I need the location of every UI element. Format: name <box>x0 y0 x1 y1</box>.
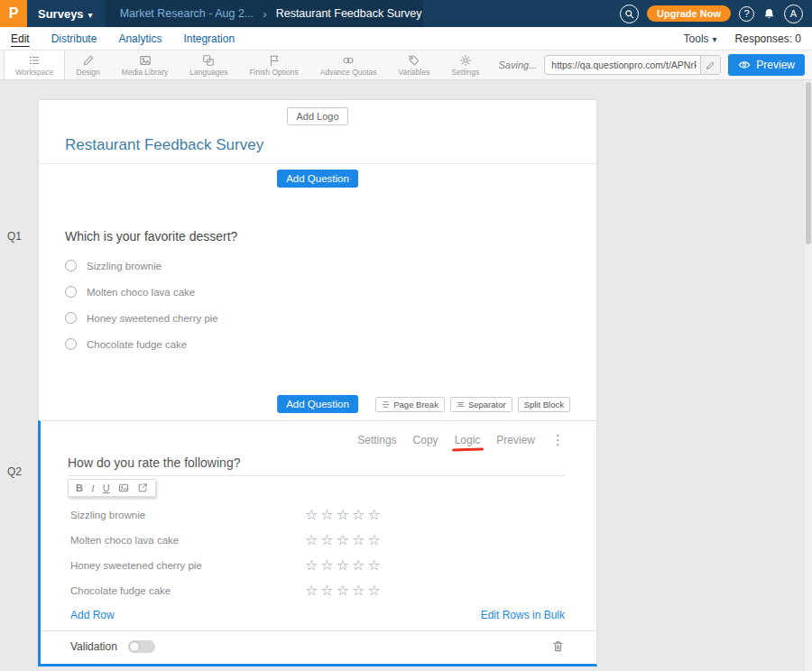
star-icon[interactable] <box>352 584 364 598</box>
help-icon[interactable]: ? <box>739 6 754 22</box>
rating-row-label: Honey sweetened cherry pie <box>70 560 305 571</box>
toolbar-item-advance-quotas[interactable]: Advance Quotas <box>309 51 388 79</box>
edit-rows-in-bulk-link[interactable]: Edit Rows in Bulk <box>481 609 565 621</box>
underline-button[interactable]: U <box>103 483 110 493</box>
question-1-text[interactable]: Which is your favorite dessert? <box>65 229 596 244</box>
survey-card: Add Logo Restaurant Feedback Survey Add … <box>38 99 597 420</box>
star-icon[interactable] <box>352 533 364 547</box>
star-rating[interactable] <box>305 508 381 522</box>
tab-integration[interactable]: Integration <box>183 32 235 45</box>
preview-button[interactable]: Preview <box>728 54 805 76</box>
question-settings-button[interactable]: Settings <box>357 434 396 446</box>
star-icon[interactable] <box>320 508 333 522</box>
separator-button[interactable]: Separator <box>450 397 512 412</box>
tab-analytics[interactable]: Analytics <box>118 32 161 45</box>
radio-button[interactable] <box>65 312 77 324</box>
rating-row-label: Chocolate fudge cake <box>70 585 305 596</box>
radio-button[interactable] <box>65 260 77 271</box>
toolbar-item-media-library[interactable]: Media Library <box>111 51 180 79</box>
tab-edit[interactable]: Edit <box>11 32 30 45</box>
bold-button[interactable]: B <box>76 483 83 493</box>
star-icon[interactable] <box>337 533 349 547</box>
toolbar-item-variables[interactable]: Variables <box>388 51 441 79</box>
radio-button[interactable] <box>65 286 77 298</box>
survey-url-box <box>544 55 721 75</box>
insert-image-icon[interactable] <box>118 483 129 493</box>
variables-icon <box>408 54 420 67</box>
notifications-bell-icon[interactable] <box>762 7 776 21</box>
radio-button[interactable] <box>65 338 77 350</box>
delete-question-trash-icon[interactable] <box>551 639 565 653</box>
design-icon <box>82 54 95 67</box>
rating-row: Chocolate fudge cake <box>70 584 596 598</box>
surveys-menu-label: Surveys <box>38 7 84 21</box>
star-icon[interactable] <box>305 584 318 598</box>
upgrade-now-button[interactable]: Upgrade Now <box>647 5 731 22</box>
breadcrumb-parent[interactable]: Market Research - Aug 2... <box>120 7 254 20</box>
question-2-text[interactable]: How do you rate the following? <box>68 455 565 476</box>
star-icon[interactable] <box>352 508 364 522</box>
menubar-right: Tools Responses: 0 <box>684 32 801 45</box>
tools-menu[interactable]: Tools <box>684 32 717 45</box>
tab-distribute[interactable]: Distribute <box>51 32 97 45</box>
star-icon[interactable] <box>352 558 364 573</box>
separator-label: Separator <box>468 400 506 409</box>
star-icon[interactable] <box>367 533 380 547</box>
star-icon[interactable] <box>367 558 380 573</box>
italic-button[interactable]: I <box>91 483 95 493</box>
question-copy-button[interactable]: Copy <box>413 434 438 446</box>
question-logic-button[interactable]: Logic <box>455 434 481 446</box>
page-break-label: Page Break <box>393 400 438 409</box>
toolbar-item-finish-options[interactable]: Finish Options <box>238 51 309 79</box>
add-row-link[interactable]: Add Row <box>70 609 115 621</box>
toolbar-item-workspace[interactable]: Workspace <box>4 51 65 79</box>
star-rating[interactable] <box>305 558 381 573</box>
search-icon[interactable] <box>620 5 639 23</box>
star-rating[interactable] <box>305 533 381 547</box>
page-break-button[interactable]: Page Break <box>375 397 445 412</box>
star-icon[interactable] <box>320 533 333 547</box>
star-icon[interactable] <box>337 584 349 598</box>
toolbar-item-languages[interactable]: Languages <box>179 51 238 79</box>
survey-title[interactable]: Restaurant Feedback Survey <box>65 136 596 154</box>
toolbar-item-settings[interactable]: Settings <box>440 51 490 79</box>
option-label: Honey sweetened cherry pie <box>87 313 218 324</box>
chevron-down-icon <box>88 7 93 21</box>
star-icon[interactable] <box>320 584 333 598</box>
star-icon[interactable] <box>305 558 318 573</box>
edit-url-pencil-icon[interactable] <box>700 56 720 74</box>
topbar-actions: Upgrade Now ? A <box>620 5 812 23</box>
answer-option[interactable]: Honey sweetened cherry pie <box>65 312 596 324</box>
star-icon[interactable] <box>367 508 380 522</box>
questionpro-logo[interactable]: P <box>0 0 27 27</box>
add-question-button[interactable]: Add Question <box>277 395 358 413</box>
responses-count[interactable]: Responses: 0 <box>735 32 801 45</box>
star-icon[interactable] <box>337 508 349 522</box>
saving-status: Saving... <box>499 60 538 70</box>
insert-link-icon[interactable] <box>137 483 148 493</box>
validation-toggle[interactable] <box>128 640 155 653</box>
add-question-button[interactable]: Add Question <box>277 170 358 188</box>
toolbar-item-design[interactable]: Design <box>65 51 110 79</box>
answer-option[interactable]: Molten choco lava cake <box>65 286 596 298</box>
star-icon[interactable] <box>337 558 349 573</box>
tools-label: Tools <box>684 32 709 45</box>
add-logo-button[interactable]: Add Logo <box>287 107 347 125</box>
star-icon[interactable] <box>305 508 318 522</box>
star-rating[interactable] <box>305 584 381 598</box>
scrollbar-thumb[interactable] <box>806 82 811 244</box>
surveys-menu[interactable]: Surveys <box>38 7 93 21</box>
question-2-block-selected[interactable]: Settings Copy Logic Preview How do you r… <box>38 420 597 666</box>
survey-url-input[interactable] <box>545 60 700 70</box>
star-icon[interactable] <box>305 533 318 547</box>
star-icon[interactable] <box>320 558 333 573</box>
answer-option[interactable]: Sizzling brownie <box>65 260 596 271</box>
question-number-q2: Q2 <box>7 465 22 478</box>
answer-option[interactable]: Chocolate fudge cake <box>65 338 596 350</box>
row-links: Add Row Edit Rows in Bulk <box>70 609 565 621</box>
question-preview-button[interactable]: Preview <box>496 434 535 446</box>
star-icon[interactable] <box>367 584 380 598</box>
split-block-button[interactable]: Split Block <box>518 397 570 412</box>
user-avatar[interactable]: A <box>784 5 803 23</box>
more-options-icon[interactable] <box>551 432 565 448</box>
